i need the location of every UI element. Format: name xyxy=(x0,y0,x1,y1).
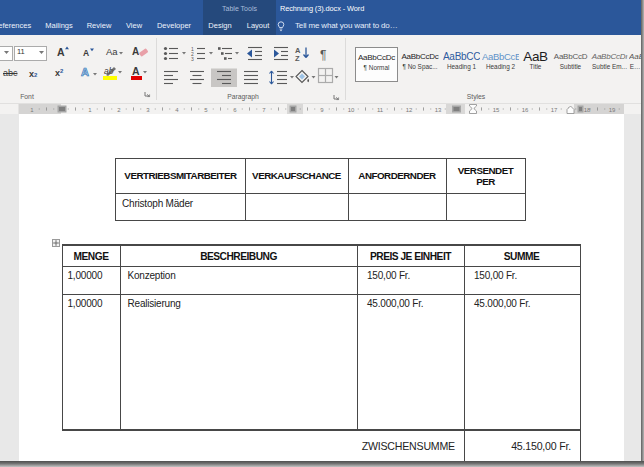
svg-text:3: 3 xyxy=(191,56,194,62)
svg-text:13: 13 xyxy=(435,107,442,113)
svg-text:15: 15 xyxy=(493,107,500,113)
svg-text:11: 11 xyxy=(377,107,384,113)
svg-text:3: 3 xyxy=(146,107,150,113)
svg-text:6: 6 xyxy=(233,107,237,113)
svg-text:10: 10 xyxy=(348,107,355,113)
svg-text:2: 2 xyxy=(117,107,121,113)
svg-text:5: 5 xyxy=(204,107,208,113)
svg-text:16: 16 xyxy=(522,107,529,113)
svg-text:7: 7 xyxy=(262,107,266,113)
svg-text:1: 1 xyxy=(88,107,92,113)
svg-text:19: 19 xyxy=(609,107,616,113)
svg-text:12: 12 xyxy=(406,107,413,113)
svg-text:¶: ¶ xyxy=(320,48,326,62)
svg-text:Z: Z xyxy=(295,54,300,63)
svg-text:4: 4 xyxy=(175,107,179,113)
svg-text:9: 9 xyxy=(320,107,324,113)
svg-text:17: 17 xyxy=(551,107,558,113)
svg-text:18: 18 xyxy=(584,107,591,113)
